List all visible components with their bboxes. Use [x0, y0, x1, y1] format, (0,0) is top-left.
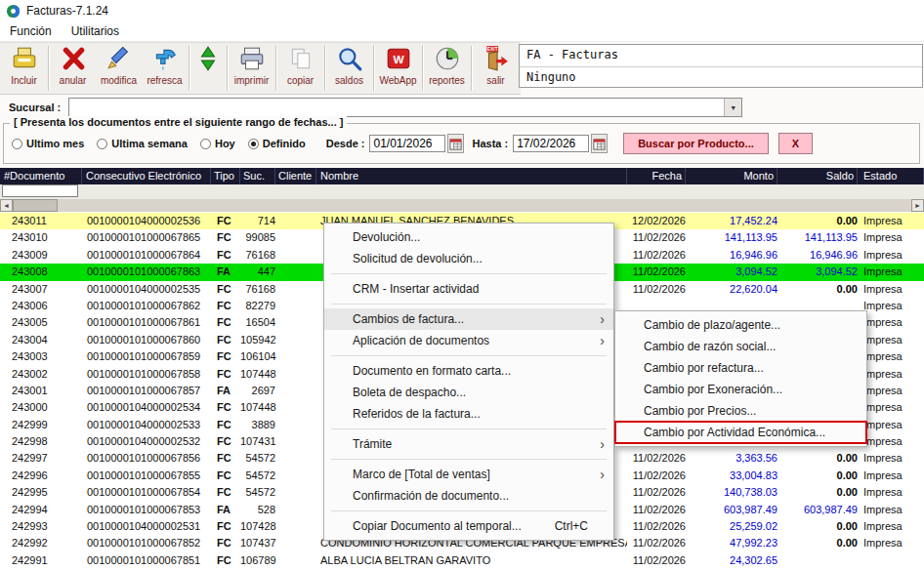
cell-documento: 243004 — [0, 332, 82, 348]
saldos-icon — [336, 45, 363, 72]
menu-funcion[interactable]: Función — [0, 21, 62, 41]
column-header-documento[interactable]: #Documento — [0, 168, 82, 184]
menu-item-confirmacion-de-documento[interactable]: Confirmación de documento... — [324, 485, 613, 507]
radio-ultima-semana[interactable]: Ultima semana — [97, 138, 188, 149]
reportes-button[interactable]: reportes — [424, 43, 470, 94]
radio-hoy[interactable]: Hoy — [200, 138, 235, 149]
menu-item-marco-de-total-de-ventas[interactable]: Marco de [Total de ventas]› — [324, 464, 613, 485]
saldos-button[interactable]: saldos — [326, 43, 372, 94]
document-type-filter[interactable]: Ninguno — [520, 67, 922, 89]
cell-documento: 242999 — [0, 417, 82, 433]
cell-spacer — [275, 366, 316, 383]
cell-tipo: FC — [211, 518, 240, 535]
column-header-consecutivo[interactable]: Consecutivo Electrónico — [82, 168, 211, 184]
buscar-por-producto-button[interactable]: Buscar por Producto... — [623, 133, 769, 154]
scroll-right-icon[interactable]: ► — [911, 199, 924, 212]
cell-saldo: 0.00 — [777, 535, 858, 551]
menu-item-documento-en-formato-carta[interactable]: Documento en formato carta... — [324, 360, 613, 382]
sucursal-combobox[interactable]: ▼ — [68, 98, 742, 117]
menu-item-label: Copiar Documento al temporal... — [353, 519, 522, 533]
scrollbar-track[interactable] — [58, 199, 911, 212]
cell-spacer — [275, 298, 316, 314]
sucursal-input[interactable] — [69, 100, 724, 115]
menu-item-cambios-de-factura[interactable]: Cambios de factura...› — [324, 308, 613, 330]
menu-item-crm-insertar-actividad[interactable]: CRM - Insertar actividad — [324, 278, 613, 300]
column-header-sucursal[interactable]: Suc. — [240, 168, 275, 184]
menu-item-solicitud-de-devolucion[interactable]: Solicitud de devolución... — [324, 248, 613, 269]
column-header-saldo[interactable]: Saldo — [777, 168, 858, 184]
hasta-calendar-button[interactable] — [591, 134, 608, 153]
hasta-date-field[interactable] — [513, 135, 589, 152]
documento-filter-input[interactable] — [2, 184, 78, 197]
anular-button[interactable]: anular — [50, 43, 96, 94]
cell-fecha: 11/02/2026 — [627, 229, 686, 246]
cell-saldo: 3,094.52 — [777, 264, 858, 280]
menu-item-cambio-por-precios[interactable]: Cambio por Precios... — [615, 400, 866, 422]
cell-tipo: FC — [211, 484, 240, 501]
menu-item-tramite[interactable]: Trámite› — [324, 433, 613, 455]
cell-estado: Impresa — [858, 366, 924, 383]
desde-date-field[interactable] — [369, 135, 445, 152]
modifica-button[interactable]: modifica — [96, 43, 142, 94]
salir-label: salir — [486, 75, 504, 86]
column-header-nombre[interactable]: Nombre — [316, 168, 627, 184]
cell-estado: Impresa — [858, 332, 924, 348]
grid-filter-strip — [0, 184, 924, 199]
invoice-row-242991[interactable]: 2429910010000101000067851FC106789ALBA LU… — [0, 552, 924, 569]
cell-consecutivo: 0010000101000067859 — [82, 348, 211, 365]
menu-item-cambio-por-actividad-economica[interactable]: Cambio por Actividad Económica... — [615, 422, 866, 443]
desde-calendar-button[interactable] — [447, 134, 464, 153]
document-type-panel: FA - Facturas Ninguno — [519, 44, 923, 88]
menu-item-label: Cambio por Exoneración... — [644, 383, 782, 396]
menu-item-referidos-de-la-factura[interactable]: Referidos de la factura... — [324, 403, 613, 425]
menu-separator — [331, 304, 607, 305]
cell-documento: 243000 — [0, 399, 82, 416]
cell-cliente: 528 — [240, 502, 275, 518]
cell-consecutivo: 0010000101000067856 — [82, 450, 211, 467]
column-header-fecha[interactable]: Fecha — [627, 168, 686, 184]
menu-item-cambio-de-plazo-agente[interactable]: Cambio de plazo/agente... — [615, 314, 866, 336]
clear-search-button[interactable]: X — [778, 133, 813, 154]
scroll-left-icon[interactable]: ◄ — [0, 199, 13, 212]
column-header-cliente[interactable]: Cliente — [275, 168, 316, 184]
menu-utilitarios[interactable]: Utilitarios — [62, 21, 129, 41]
cell-estado: Impresa — [858, 383, 924, 399]
scrollbar-thumb[interactable] — [13, 199, 58, 212]
refresca-button[interactable]: refresca — [142, 43, 188, 94]
menu-item-label: Solicitud de devolución... — [353, 252, 483, 265]
cell-fecha: 11/02/2026 — [627, 552, 686, 569]
menu-item-cambio-por-refactura[interactable]: Cambio por refactura... — [615, 357, 866, 379]
cell-estado: Impresa — [858, 314, 924, 331]
cambios-de-factura-submenu: Cambio de plazo/agente...Cambio de razón… — [614, 310, 867, 447]
document-type-selected[interactable]: FA - Facturas — [520, 45, 922, 67]
menu-item-copiar-documento-al-temporal[interactable]: Copiar Documento al temporal...Ctrl+C — [324, 515, 613, 537]
toolbar: Incluir anular modifica refresca imprimi… — [0, 42, 521, 95]
salir-button[interactable]: EXIT salir — [473, 43, 519, 94]
column-header-monto[interactable]: Monto — [686, 168, 777, 184]
horizontal-scrollbar[interactable]: ◄ ► — [0, 199, 924, 212]
menu-item-aplicacion-de-documentos[interactable]: Aplicación de documentos› — [324, 330, 613, 351]
webapp-button[interactable]: W WebApp — [375, 43, 421, 94]
copiar-button[interactable]: copiar — [277, 43, 323, 94]
menu-item-devolucion[interactable]: Devolución... — [324, 226, 613, 248]
cell-consecutivo: 0010000101000067862 — [82, 298, 211, 314]
cell-cliente: 76168 — [240, 281, 275, 298]
menu-item-cambio-de-razon-social[interactable]: Cambio de razón social... — [615, 336, 866, 357]
modifica-icon — [105, 45, 133, 72]
column-header-tipo[interactable]: Tipo — [211, 168, 240, 184]
cell-monto: 17,452.24 — [686, 213, 777, 229]
cell-fecha: 11/02/2026 — [627, 247, 686, 264]
radio-ultimo-mes[interactable]: Ultimo mes — [12, 138, 84, 149]
chevron-down-icon[interactable]: ▼ — [724, 99, 741, 116]
move-up-down-button[interactable] — [190, 43, 226, 94]
imprimir-button[interactable]: imprimir — [229, 43, 274, 94]
date-range-groupbox: [ Presenta los documentos entre el sigui… — [3, 123, 920, 164]
incluir-button[interactable]: Incluir — [1, 43, 47, 94]
cell-monto: 22,620.04 — [686, 281, 777, 298]
refresca-label: refresca — [147, 75, 182, 86]
menu-item-boleta-de-despacho[interactable]: Boleta de despacho... — [324, 382, 613, 403]
menu-item-cambio-por-exoneracion[interactable]: Cambio por Exoneración... — [615, 379, 866, 400]
radio-definido[interactable]: Definido — [248, 138, 306, 149]
hasta-label: Hasta : — [472, 138, 508, 149]
column-header-estado[interactable]: Estado — [858, 168, 924, 184]
